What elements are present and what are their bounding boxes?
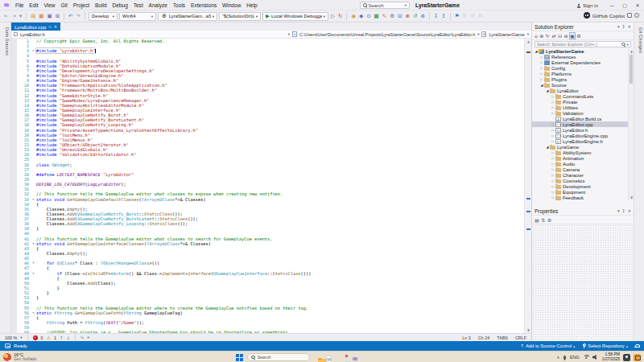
debug-arguments-select[interactable]: "$(SolutionDir)LyraStarterG...▾ [219,12,261,21]
close-panel-icon[interactable]: ✕ [628,24,631,29]
tree-item-lyraeditor-build-cs[interactable]: #LyraEditor.Build.cs [532,116,634,121]
menu-debug[interactable]: Debug [109,0,130,10]
tree-item-utilities[interactable]: ▷Utilities [532,105,634,110]
categorized-icon[interactable]: ▤ [535,217,539,223]
diff-icon[interactable]: ⊟ [397,12,402,20]
tree-item-lyraeditorengine-h[interactable]: ▷hLyraEditorEngine.h [532,138,634,144]
tree-item-source[interactable]: ◢Source [532,82,634,88]
switch-views-icon[interactable]: ⇄ [551,33,555,39]
menu-help[interactable]: Help [244,0,260,10]
code-editor[interactable]: ▲ ▼ 1// Copyright Epic Games, Inc. All R… [11,39,531,333]
sign-in-button[interactable]: Sign in [576,0,598,10]
add-item-icon[interactable]: ⊕ [539,33,543,39]
background-tasks-icon[interactable] [5,343,10,348]
class-view-icon[interactable]: ▦ [374,12,380,20]
document-path[interactable]: C:\Users\User\Documents\Unreal Projects\… [299,32,475,37]
menu-build[interactable]: Build [93,0,109,10]
scroll-up-icon[interactable]: ▲ [629,48,634,54]
clear-bookmark-icon[interactable]: ⚐ [477,12,484,20]
tree-item-lyrastartergame[interactable]: ◢LyraStarterGame [532,48,634,54]
search-input[interactable] [537,42,620,47]
tree-item-lyraeditor-cpp[interactable]: ▷++LyraEditor.cpp [532,121,634,127]
start-without-debugging-icon[interactable]: ▷ [330,12,336,20]
hot-reload-icon[interactable]: ↻ [337,12,343,20]
chevron-down-icon[interactable]: ▾ [477,32,479,36]
tree-item-audio[interactable]: ▷Audio [532,161,634,167]
prev-bookmark-icon[interactable]: ⚐ [462,12,469,20]
find-icon[interactable]: ⊙ [365,12,371,20]
taskbar-icon-outlook[interactable]: ✉ [326,350,332,362]
solution-configuration-select[interactable]: Develop▾ [89,12,118,21]
window-position-icon[interactable]: ▾ [617,24,620,29]
restart-icon[interactable]: ↺ [412,12,418,20]
scroll-down-icon[interactable]: ▼ [525,327,531,333]
start-button[interactable] [236,354,243,361]
navigate-down-icon[interactable]: ↧ [433,12,439,20]
menu-window[interactable]: Window [220,0,244,10]
open-file-icon[interactable]: ▦ [38,12,44,20]
save-all-icon[interactable]: ⊞ [55,12,60,20]
attach-icon[interactable]: ◆ [358,12,364,20]
pin-tab-icon[interactable]: ▫ [48,24,51,29]
window-position-icon[interactable]: ▾ [617,208,620,213]
menu-tools[interactable]: Tools [170,0,188,10]
notification-center-icon[interactable] [623,354,630,361]
tree-item-external-dependencies[interactable]: ▷External Dependencies [532,60,634,65]
open-in-window-icon[interactable] [627,13,632,18]
property-pages-icon[interactable]: ⚙ [547,217,551,223]
add-to-source-control-button[interactable]: ↑ Add to Source Control ▴ [520,343,575,348]
menu-analyze[interactable]: Analyze [146,0,170,10]
menu-git[interactable]: Git [58,0,70,10]
navigate-up-icon[interactable]: ↥ [440,12,446,20]
close-panel-icon[interactable]: ✕ [628,208,631,213]
tree-item-validation[interactable]: ▷Validation [532,110,634,116]
tab-lyraeditor-cpp[interactable]: LyraEditor.cpp ▫ ✕ [11,23,60,31]
alphabetical-icon[interactable]: ⇅ [541,217,545,223]
scroll-down-icon[interactable]: ▼ [629,195,634,200]
hidden-icons-chevron[interactable]: ∧ [556,355,559,360]
tree-item-lyraeditorengine-cpp[interactable]: ▷++LyraEditorEngine.cpp [532,133,634,138]
close-tab-icon[interactable]: ✕ [54,24,57,29]
data-sources-tab[interactable]: Data Sources [2,27,10,56]
sync-with-active-document-icon[interactable]: ▣ [570,33,575,39]
startup-project-select[interactable]: ⚙LyraStarterGam...aStarterGame)▾ [158,12,217,21]
clock[interactable]: 1:58 PM 1/27/2025 [602,352,620,361]
menu-project[interactable]: Project [70,0,92,10]
next-issue-icon[interactable]: ↓ [66,335,70,340]
local-windows-debugger-button[interactable]: ▶Local Windows Debugger▾ [262,12,328,21]
select-repository-button[interactable]: Select Repository ▴ [581,343,628,349]
next-bookmark-icon[interactable]: ⚐ [469,12,476,20]
collapse-all-icon[interactable]: ⊟ [558,33,562,39]
zoom-level[interactable]: 100 % [5,335,17,340]
column-indicator[interactable]: Ch 24 [478,335,489,340]
microphone-tray-icon[interactable] [564,356,566,360]
edit-icon[interactable]: ✎ [382,12,387,20]
new-file-icon[interactable]: ▤ [30,12,36,20]
tree-item-camera[interactable]: ▷Camera [532,167,634,172]
notifications-bell-icon[interactable] [634,343,639,348]
stop-icon[interactable]: ⊗ [404,12,410,20]
chevron-down-icon[interactable]: ▾ [527,32,529,36]
eol-indicator[interactable]: CRLF [515,335,526,340]
tree-item-config[interactable]: ▷Config [532,65,634,71]
line-indicator[interactable]: Ln 3 [462,335,471,340]
nav-forward-icon[interactable]: → [10,12,16,20]
language-indicator[interactable]: ENG [570,355,580,360]
tree-item-platforms[interactable]: ▷Platforms [532,71,634,76]
feedback-icon[interactable] [634,13,639,18]
split-window-icon[interactable] [14,32,18,36]
undo-icon[interactable]: ↶ [68,12,73,20]
menu-test[interactable]: Test [130,0,146,10]
edit-mode-icon[interactable]: ✎ [80,335,85,340]
pin-icon[interactable]: ↧ [622,24,625,29]
properties-icon[interactable]: ⚙ [576,33,580,39]
chevron-down-icon[interactable]: ▾ [288,32,290,36]
minimize-button[interactable]: — [605,0,618,10]
github-copilot-button[interactable]: GitHub Copilot [584,12,639,19]
warning-count[interactable]: 1 [54,335,56,340]
tree-item-private[interactable]: ▷Private [532,99,634,105]
solution-explorer-search[interactable]: ▾ [535,41,631,47]
taskbar-icon-visual-studio[interactable]: ∞ [352,350,358,362]
nav-project-label[interactable]: LyraStarterGame [489,32,524,37]
nav-history-icon[interactable]: ▾ [19,12,23,20]
